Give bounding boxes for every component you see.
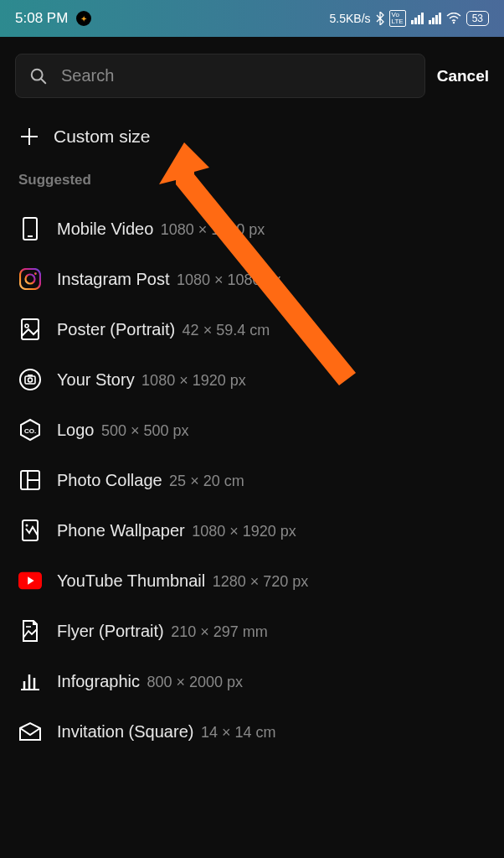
svg-rect-10 xyxy=(22,319,39,339)
template-dimension: 500 × 500 px xyxy=(101,422,189,439)
custom-size-button[interactable]: Custom size xyxy=(0,108,504,167)
volte-icon: VoLTE xyxy=(389,10,406,27)
template-dimension: 1080 × 1920 px xyxy=(161,221,265,238)
app-indicator-icon: ✦ xyxy=(76,11,91,26)
chart-icon xyxy=(18,669,42,693)
svg-point-12 xyxy=(20,370,40,390)
phone-icon xyxy=(18,217,42,240)
wifi-icon xyxy=(446,13,461,24)
section-suggested-header: Suggested xyxy=(0,167,504,204)
search-icon xyxy=(29,67,48,85)
template-label: YouTube Thumbnail xyxy=(57,571,205,590)
wallpaper-icon xyxy=(18,519,42,542)
template-logo[interactable]: CO. Logo 500 × 500 px xyxy=(0,405,504,455)
svg-rect-15 xyxy=(28,375,33,376)
template-label: Phone Wallpaper xyxy=(57,521,185,540)
template-label: Flyer (Portrait) xyxy=(57,622,164,640)
svg-point-0 xyxy=(452,22,454,23)
template-dimension: 1280 × 720 px xyxy=(213,573,309,590)
template-invitation[interactable]: Invitation (Square) 14 × 14 cm xyxy=(0,706,504,757)
search-box[interactable] xyxy=(15,54,425,98)
template-instagram-post[interactable]: Instagram Post 1080 × 1080 px xyxy=(0,254,504,304)
svg-point-8 xyxy=(26,275,35,284)
bluetooth-icon xyxy=(376,12,384,25)
template-youtube-thumbnail[interactable]: YouTube Thumbnail 1280 × 720 px xyxy=(0,556,504,606)
template-mobile-video[interactable]: Mobile Video 1080 × 1920 px xyxy=(0,204,504,254)
svg-point-14 xyxy=(28,378,33,382)
camera-icon xyxy=(18,368,42,391)
collage-icon xyxy=(18,468,42,492)
template-label: Instagram Post xyxy=(57,270,170,288)
template-flyer[interactable]: Flyer (Portrait) 210 × 297 mm xyxy=(0,606,504,656)
image-icon xyxy=(18,318,42,341)
template-phone-wallpaper[interactable]: Phone Wallpaper 1080 × 1920 px xyxy=(0,505,504,556)
status-bar: 5:08 PM ✦ 5.5KB/s VoLTE 53 xyxy=(0,0,504,37)
template-photo-collage[interactable]: Photo Collage 25 × 20 cm xyxy=(0,455,504,505)
template-dimension: 25 × 20 cm xyxy=(169,473,244,489)
plus-icon xyxy=(20,127,39,146)
template-label: Invitation (Square) xyxy=(57,722,193,741)
template-dimension: 1080 × 1920 px xyxy=(192,523,296,540)
search-input[interactable] xyxy=(61,66,411,85)
svg-text:CO.: CO. xyxy=(24,427,36,435)
template-dimension: 800 × 2000 px xyxy=(147,674,243,690)
envelope-icon xyxy=(18,720,42,743)
template-dimension: 1080 × 1920 px xyxy=(141,372,246,389)
template-your-story[interactable]: Your Story 1080 × 1920 px xyxy=(0,354,504,405)
template-label: Poster (Portrait) xyxy=(57,320,175,339)
svg-line-2 xyxy=(41,78,46,83)
svg-point-9 xyxy=(34,272,37,275)
template-label: Photo Collage xyxy=(57,471,162,489)
template-label: Logo xyxy=(57,421,95,439)
template-poster[interactable]: Poster (Portrait) 42 × 59.4 cm xyxy=(0,304,504,354)
template-dimension: 42 × 59.4 cm xyxy=(183,322,270,339)
youtube-icon xyxy=(18,569,42,592)
template-label: Infographic xyxy=(57,672,140,690)
cancel-button[interactable]: Cancel xyxy=(437,67,489,85)
template-list: Mobile Video 1080 × 1920 px Instagram Po… xyxy=(0,204,504,757)
template-dimension: 14 × 14 cm xyxy=(201,724,276,741)
instagram-icon xyxy=(18,267,42,291)
template-infographic[interactable]: Infographic 800 × 2000 px xyxy=(0,656,504,706)
flyer-icon xyxy=(18,619,42,643)
logo-icon: CO. xyxy=(18,418,42,442)
svg-point-21 xyxy=(26,525,28,527)
template-label: Your Story xyxy=(57,370,135,389)
svg-point-11 xyxy=(25,324,28,328)
signal-icon-2 xyxy=(429,13,441,24)
signal-icon xyxy=(411,13,424,24)
battery-indicator: 53 xyxy=(466,11,489,26)
custom-size-label: Custom size xyxy=(54,127,151,147)
template-dimension: 210 × 297 mm xyxy=(171,623,268,640)
template-label: Mobile Video xyxy=(57,220,153,238)
status-data-rate: 5.5KB/s xyxy=(330,12,371,25)
svg-rect-7 xyxy=(20,269,40,289)
status-time: 5:08 PM xyxy=(15,10,68,27)
template-dimension: 1080 × 1080 px xyxy=(177,271,281,288)
